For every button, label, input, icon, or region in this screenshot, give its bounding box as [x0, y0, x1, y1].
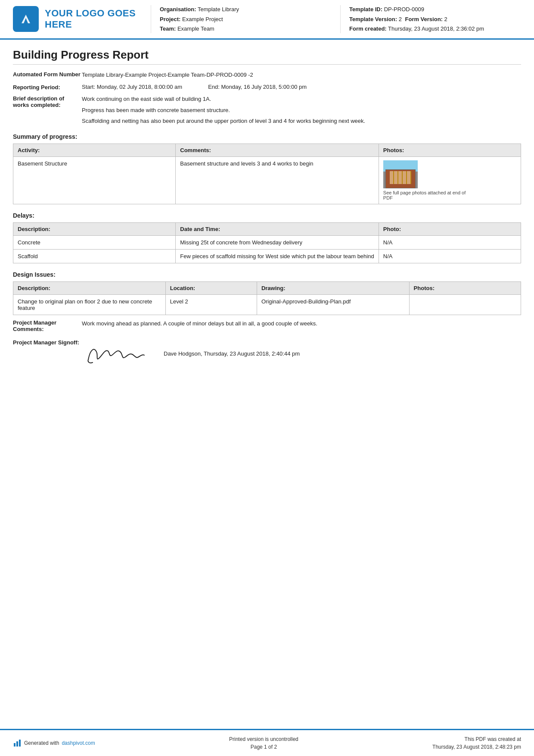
- footer-page-info: Page 1 of 2: [229, 743, 298, 751]
- pm-signoff-row: Project Manager Signoff: Dave Hodgson, T…: [13, 339, 521, 369]
- template-id-value: DP-PROD-0009: [384, 6, 424, 12]
- project-label: Project:: [160, 16, 180, 22]
- reporting-period-row: Reporting Period: Start: Monday, 02 July…: [13, 84, 521, 91]
- brief-desc-value: Work continuing on the east side wall of…: [82, 95, 521, 125]
- brief-desc-line-1: Work continuing on the east side wall of…: [82, 95, 521, 103]
- template-id-line: Template ID: DP-PROD-0009: [349, 5, 521, 14]
- footer-logo-icon: [13, 739, 22, 747]
- form-created-value: Thursday, 23 August 2018, 2:36:02 pm: [388, 25, 484, 32]
- team-label: Team:: [160, 25, 176, 32]
- summary-col-comments: Comments:: [176, 144, 379, 156]
- design-col-location: Location:: [165, 281, 257, 294]
- org-value: Template Library: [198, 6, 239, 12]
- header-meta-right: Template ID: DP-PROD-0009 Template Versi…: [340, 5, 521, 33]
- project-value: Example Project: [182, 16, 223, 22]
- delays-col-datetime: Date and Time:: [176, 222, 379, 235]
- org-line: Organisation: Template Library: [160, 5, 332, 14]
- footer-right: This PDF was created at Thursday, 23 Aug…: [432, 735, 521, 751]
- delays-photo-1: N/A: [379, 235, 521, 249]
- form-version-label: Form Version:: [405, 16, 443, 22]
- automated-form-value: Template Library-Example Project-Example…: [82, 71, 521, 80]
- delays-heading: Delays:: [13, 212, 521, 219]
- header: YOUR LOGO GOES HERE Organisation: Templa…: [0, 0, 534, 40]
- delays-photo-2: N/A: [379, 249, 521, 263]
- delays-description-2: Scaffold: [13, 249, 176, 263]
- summary-comments-1: Basement structure and levels 3 and 4 wo…: [176, 156, 379, 204]
- pm-comments-label: Project Manager Comments:: [13, 319, 82, 332]
- summary-col-activity: Activity:: [13, 144, 176, 156]
- reporting-start: Start: Monday, 02 July 2018, 8:00:00 am: [82, 84, 182, 91]
- delays-row-2: Scaffold Few pieces of scaffold missing …: [13, 249, 521, 263]
- reporting-period-values: Start: Monday, 02 July 2018, 8:00:00 am …: [82, 84, 521, 91]
- design-issues-heading: Design Issues:: [13, 271, 521, 278]
- pm-signoff-value: Dave Hodgson, Thursday, 23 August 2018, …: [82, 339, 521, 369]
- template-version-line: Template Version: 2 Form Version: 2: [349, 15, 521, 24]
- template-id-label: Template ID:: [349, 6, 382, 12]
- summary-activity-1: Basement Structure: [13, 156, 176, 204]
- footer-center: Printed version is uncontrolled Page 1 o…: [229, 735, 298, 751]
- svg-rect-0: [14, 743, 16, 747]
- footer: Generated with dashpivot.com Printed ver…: [0, 729, 534, 756]
- delays-row-1: Concrete Missing 25t of concrete from We…: [13, 235, 521, 249]
- design-col-photos: Photos:: [409, 281, 521, 294]
- logo-area: YOUR LOGO GOES HERE: [13, 5, 142, 33]
- design-photos-1: [409, 294, 521, 315]
- brief-desc-line-2: Progress has been made with concrete bas…: [82, 106, 521, 115]
- design-description-1: Change to original plan on floor 2 due t…: [13, 294, 166, 315]
- form-version-value: 2: [444, 16, 447, 22]
- design-col-description: Description:: [13, 281, 166, 294]
- building-thumbnail: [383, 160, 418, 188]
- template-version-value: 2: [399, 16, 402, 22]
- delays-datetime-2: Few pieces of scaffold missing for West …: [176, 249, 379, 263]
- pm-signoff-label-text: Project Manager Signoff:: [13, 339, 79, 346]
- footer-pdf-created-value: Thursday, 23 August 2018, 2:48:23 pm: [432, 743, 521, 751]
- signature-box: [82, 339, 151, 369]
- signature-svg: [84, 340, 149, 368]
- automated-form-label: Automated Form Number: [13, 71, 82, 78]
- photo-cell-1: See full page photos attached at end of …: [383, 160, 516, 200]
- summary-photos-1: See full page photos attached at end of …: [379, 156, 521, 204]
- pm-comments-value: Work moving ahead as planned. A couple o…: [82, 319, 521, 328]
- footer-uncontrolled: Printed version is uncontrolled: [229, 735, 298, 743]
- automated-form-row: Automated Form Number Template Library-E…: [13, 71, 521, 80]
- report-title: Building Progress Report: [13, 48, 521, 65]
- reporting-end: End: Monday, 16 July 2018, 5:00:00 pm: [208, 84, 307, 91]
- project-line: Project: Example Project: [160, 15, 332, 24]
- pm-comments-label-text: Project Manager Comments:: [13, 319, 56, 332]
- logo-svg-icon: [18, 11, 34, 27]
- delays-col-photo: Photo:: [379, 222, 521, 235]
- team-value: Example Team: [177, 25, 214, 32]
- delays-table: Description: Date and Time: Photo: Concr…: [13, 222, 521, 263]
- page: YOUR LOGO GOES HERE Organisation: Templa…: [0, 0, 534, 756]
- form-created-label: Form created:: [349, 25, 387, 32]
- design-issues-table: Description: Location: Drawing: Photos: …: [13, 281, 521, 315]
- header-meta-center: Organisation: Template Library Project: …: [151, 5, 332, 33]
- summary-row-1: Basement Structure Basement structure an…: [13, 156, 521, 204]
- delays-description-1: Concrete: [13, 235, 176, 249]
- logo-icon: [13, 6, 39, 32]
- footer-link[interactable]: dashpivot.com: [62, 740, 95, 746]
- footer-page-info-text: Page 1 of 2: [251, 744, 277, 750]
- org-label: Organisation:: [160, 6, 196, 12]
- design-drawing-1: Original-Approved-Building-Plan.pdf: [257, 294, 409, 315]
- template-version-label: Template Version:: [349, 16, 397, 22]
- delays-col-description: Description:: [13, 222, 176, 235]
- delays-datetime-1: Missing 25t of concrete from Wednesday d…: [176, 235, 379, 249]
- footer-generated-text: Generated with: [24, 740, 59, 746]
- photo-caption-1: See full page photos attached at end of …: [383, 190, 469, 200]
- pm-comments-row: Project Manager Comments: Work moving ah…: [13, 319, 521, 332]
- team-line: Team: Example Team: [160, 25, 332, 33]
- summary-col-photos: Photos:: [379, 144, 521, 156]
- brief-desc-line-3: Scaffolding and netting has also been pu…: [82, 117, 521, 125]
- logo-text: YOUR LOGO GOES HERE: [45, 8, 142, 31]
- design-row-1: Change to original plan on floor 2 due t…: [13, 294, 521, 315]
- pm-signoff-text: Dave Hodgson, Thursday, 23 August 2018, …: [164, 350, 300, 359]
- summary-heading: Summary of progress:: [13, 133, 521, 140]
- footer-pdf-created-label: This PDF was created at: [432, 735, 521, 743]
- pm-signoff-label: Project Manager Signoff:: [13, 339, 82, 346]
- design-location-1: Level 2: [165, 294, 257, 315]
- form-created-line: Form created: Thursday, 23 August 2018, …: [349, 25, 521, 33]
- svg-rect-1: [16, 741, 18, 747]
- footer-left: Generated with dashpivot.com: [13, 739, 95, 747]
- brief-desc-row: Brief description of works completed: Wo…: [13, 95, 521, 125]
